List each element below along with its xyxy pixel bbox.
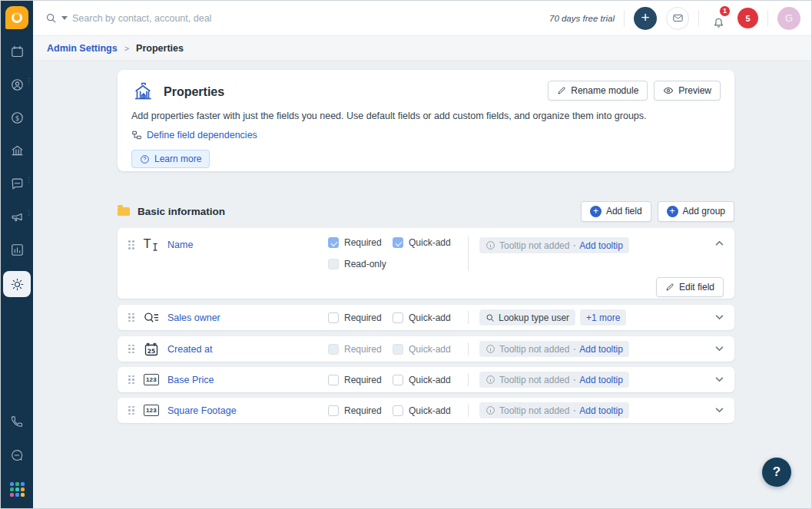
collapse-chevron-icon[interactable] <box>715 240 724 246</box>
field-name-link[interactable]: Sales owner <box>167 312 220 323</box>
brand-logo-icon <box>12 12 22 23</box>
email-button[interactable] <box>666 7 689 30</box>
gear-icon <box>10 277 25 292</box>
sidebar-item-phone[interactable] <box>4 410 30 433</box>
required-checkbox[interactable]: Required <box>328 405 393 416</box>
drag-handle[interactable] <box>128 345 134 354</box>
divider <box>698 10 699 27</box>
quick-add-checkbox[interactable]: Quick-add <box>393 405 466 416</box>
checkbox[interactable] <box>328 312 339 323</box>
learn-more-button[interactable]: Learn more <box>131 150 210 168</box>
expand-chevron-icon[interactable] <box>715 315 724 320</box>
more-badges-pill[interactable]: +1 more <box>580 309 626 326</box>
sidebar-nav: ⋮ $ ⋮ ⋮ <box>1 40 33 297</box>
add-tooltip-link[interactable]: Add tooltip <box>579 405 623 416</box>
required-checkbox[interactable]: Required <box>328 375 393 385</box>
drag-handle[interactable] <box>128 375 134 385</box>
bar-chart-icon <box>10 243 25 257</box>
sidebar-item-contacts[interactable]: ⋮ <box>4 73 30 96</box>
svg-text:$: $ <box>15 114 19 121</box>
checkbox[interactable] <box>393 312 403 323</box>
add-field-button[interactable]: + Add field <box>581 201 651 222</box>
field-row-square-footage: 123 Square Footage Required Quick-add To… <box>118 398 734 423</box>
help-circle-icon <box>140 154 150 164</box>
global-search <box>45 12 549 24</box>
breadcrumb-admin-settings[interactable]: Admin Settings <box>47 43 118 54</box>
module-header-card: Properties Rename module Preview Add pro <box>118 70 734 171</box>
sidebar-item-deals[interactable]: $ <box>4 106 30 129</box>
help-button[interactable]: ? <box>762 458 791 487</box>
add-tooltip-link[interactable]: Add tooltip <box>579 344 623 355</box>
sidebar-item-campaigns[interactable]: ⋮ <box>4 205 30 228</box>
rename-module-button[interactable]: Rename module <box>548 81 648 101</box>
tooltip-status-pill: Tooltip not added • Add tooltip <box>479 237 629 253</box>
checkbox[interactable] <box>328 375 339 385</box>
divider <box>468 373 469 386</box>
sidebar-item-analytics[interactable] <box>4 238 30 261</box>
sidebar-item-calendar[interactable] <box>4 40 30 63</box>
checkbox[interactable] <box>393 344 403 355</box>
checkbox[interactable] <box>328 344 339 355</box>
sidebar-item-accounts[interactable] <box>4 139 30 162</box>
preview-button[interactable]: Preview <box>654 81 721 101</box>
required-checkbox[interactable]: Required <box>328 237 393 248</box>
drag-handle[interactable] <box>128 406 134 415</box>
contacts-flyout-dots: ⋮ <box>25 79 32 83</box>
quick-add-checkbox[interactable]: Quick-add <box>393 344 466 355</box>
edit-field-button[interactable]: Edit field <box>656 277 724 297</box>
add-tooltip-link[interactable]: Add tooltip <box>579 240 623 251</box>
search-input[interactable] <box>72 13 333 24</box>
quick-add-checkbox[interactable]: Quick-add <box>393 237 466 248</box>
sidebar-item-conversations[interactable]: ⋮ <box>4 172 30 195</box>
activity-counter-badge[interactable]: 5 <box>737 8 758 28</box>
search-icon[interactable] <box>45 12 57 24</box>
dependency-icon <box>131 130 142 140</box>
required-checkbox[interactable]: Required <box>328 344 393 355</box>
pencil-icon <box>557 86 566 95</box>
field-name-link[interactable]: Name <box>167 240 193 250</box>
expand-chevron-icon[interactable] <box>715 346 724 352</box>
add-group-button[interactable]: + Add group <box>658 201 734 222</box>
search-scope-caret-icon[interactable] <box>61 16 68 20</box>
checkbox[interactable] <box>328 405 339 416</box>
field-name-link[interactable]: Created at <box>167 344 212 355</box>
field-row-name: T Name Required Quick-add Read-only Tool… <box>118 228 734 299</box>
checkbox[interactable] <box>393 237 403 248</box>
field-row-base-price: 123 Base Price Required Quick-add Toolti… <box>118 367 734 392</box>
main-area: 70 days free trial + 1 5 G Admin Setting… <box>33 1 812 508</box>
svg-text:25: 25 <box>147 348 155 355</box>
chat-bubble-icon <box>10 448 24 462</box>
drag-handle[interactable] <box>128 313 134 322</box>
field-name-link[interactable]: Square Footage <box>167 405 237 416</box>
required-checkbox[interactable]: Required <box>328 312 393 323</box>
quick-add-checkbox[interactable]: Quick-add <box>393 312 466 323</box>
read-only-checkbox[interactable]: Read-only <box>328 259 393 269</box>
quick-add-button[interactable]: + <box>634 7 657 30</box>
info-icon <box>486 405 495 415</box>
checkbox[interactable] <box>328 237 339 248</box>
notifications-button[interactable]: 1 <box>708 7 728 30</box>
content-area: Properties Rename module Preview Add pro <box>33 61 812 509</box>
brand-logo[interactable] <box>5 6 28 29</box>
expand-chevron-icon[interactable] <box>715 377 724 382</box>
sidebar-item-chat-support[interactable] <box>4 444 30 467</box>
group-title: Basic information <box>138 206 225 217</box>
define-field-dependencies-link[interactable]: Define field dependencies <box>131 130 721 140</box>
app-window: ⋮ $ ⋮ ⋮ <box>0 0 812 509</box>
add-tooltip-link[interactable]: Add tooltip <box>579 375 623 385</box>
sidebar-item-settings[interactable] <box>3 271 31 297</box>
expand-chevron-icon[interactable] <box>715 408 724 413</box>
checkbox[interactable] <box>328 259 339 269</box>
drag-handle[interactable] <box>128 240 134 250</box>
quick-add-checkbox[interactable]: Quick-add <box>393 375 466 385</box>
field-row-sales-owner: Sales owner Required Quick-add Lookup ty… <box>118 305 734 330</box>
user-avatar[interactable]: G <box>777 7 800 30</box>
sidebar: ⋮ $ ⋮ ⋮ <box>1 1 33 508</box>
deals-icon: $ <box>10 111 25 125</box>
sidebar-item-app-switcher[interactable] <box>4 478 30 501</box>
field-name-link[interactable]: Base Price <box>167 375 214 385</box>
svg-text:T: T <box>143 237 151 251</box>
checkbox[interactable] <box>393 405 403 416</box>
divider <box>468 404 469 417</box>
checkbox[interactable] <box>393 375 403 385</box>
